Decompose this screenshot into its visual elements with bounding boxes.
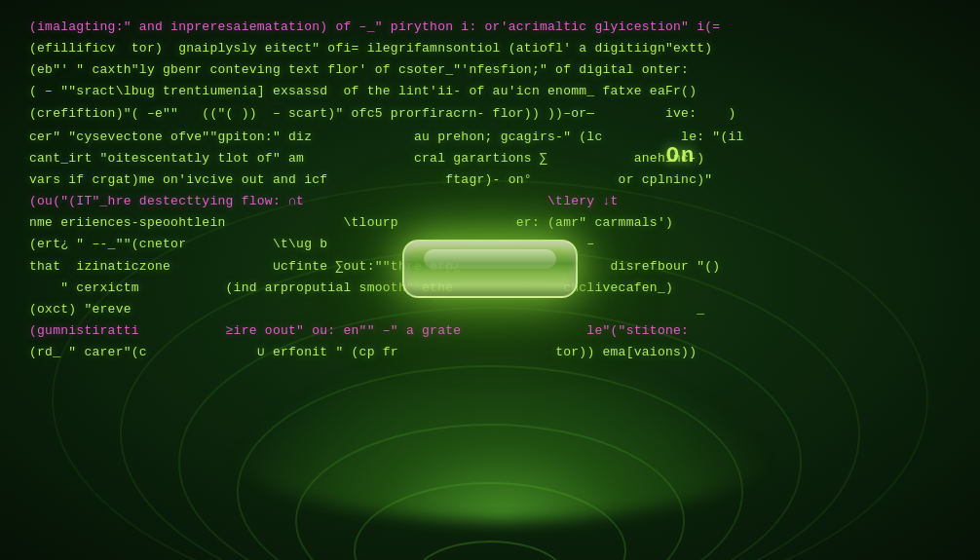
pill-reflection: [424, 249, 556, 269]
on-label: On: [610, 140, 752, 171]
code-line-14: (oxct) "ereve _: [29, 300, 951, 319]
code-line-7: cant_irt "oitescentatly tlot of" am cral…: [29, 149, 951, 168]
code-line-16: (rd_ " carer"(c ∪ erfonit " (cp fr tor))…: [29, 343, 951, 362]
code-line-4: (crefiftion)"( –e"" (("( )) – scart)" of…: [29, 104, 951, 124]
code-line-15: (gumnistiratti ≥ire oout" ou: en"" –" a …: [29, 321, 951, 341]
code-line-10: nme eriiences-speoohtlein \tlourp er: (a…: [29, 213, 951, 233]
code-line-2: (eb"' " caxth"ly gbenr conteving text fl…: [29, 60, 951, 80]
toggle-pill[interactable]: [402, 240, 578, 298]
code-line-1: (efillificv tor) gnaiplysly eitect" ofi=…: [29, 39, 951, 58]
code-line-8: vars if crgat)me on'ivcive out and icf f…: [29, 170, 951, 190]
code-line-3: ( – ""sract\lbug trentiumenia] exsassd o…: [29, 82, 951, 101]
code-line-6: cer" "cysevectone ofve""gpiton:" diz au …: [29, 128, 951, 147]
code-line-9: (ou("(IT"_hre destecttying flow: ∩t \tle…: [29, 192, 951, 211]
code-line-0: (imalagting:" and inpreresaiematation) o…: [29, 18, 951, 37]
